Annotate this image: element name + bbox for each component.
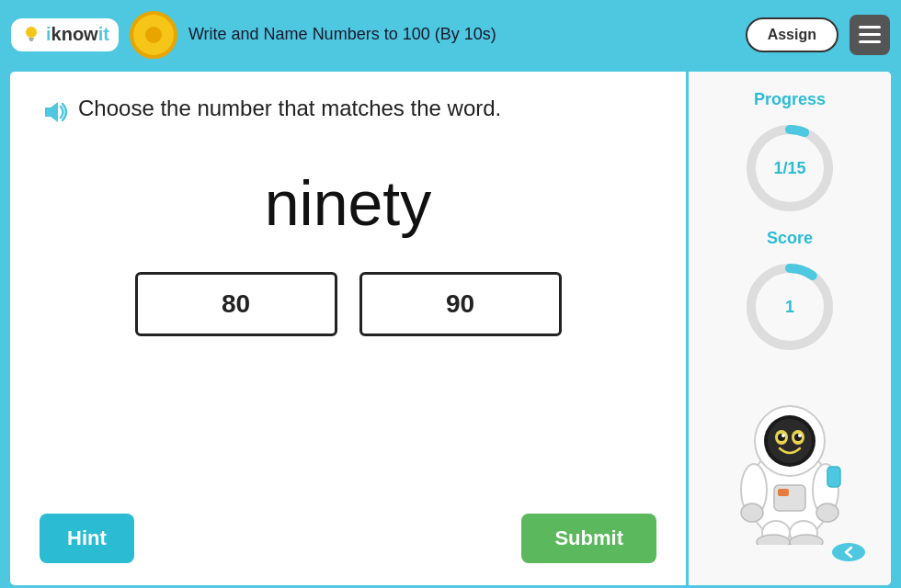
svg-point-29 xyxy=(840,544,857,560)
svg-point-23 xyxy=(816,503,838,522)
svg-point-16 xyxy=(781,434,785,437)
coin-badge xyxy=(130,11,177,59)
question-text: Choose the number that matches the word. xyxy=(78,94,501,122)
left-panel: Choose the number that matches the word.… xyxy=(10,72,686,585)
svg-point-22 xyxy=(741,503,763,522)
bottom-bar: Hint Submit xyxy=(40,495,656,563)
lesson-title: Write and Name Numbers to 100 (By 10s) xyxy=(188,25,735,44)
logo-bulb-icon xyxy=(20,24,42,46)
assign-button[interactable]: Assign xyxy=(746,17,838,52)
score-label: Score xyxy=(767,229,813,248)
header: iknowit Write and Name Numbers to 100 (B… xyxy=(0,0,901,69)
back-button[interactable] xyxy=(832,543,865,561)
hamburger-line-1 xyxy=(859,26,881,28)
answer-option-80[interactable]: 80 xyxy=(135,272,337,336)
svg-point-26 xyxy=(757,535,790,545)
svg-rect-28 xyxy=(827,467,840,487)
answer-option-90[interactable]: 90 xyxy=(359,272,562,336)
word-display: ninety xyxy=(40,167,656,239)
svg-point-27 xyxy=(790,535,823,545)
coin-center xyxy=(145,27,162,43)
hint-button[interactable]: Hint xyxy=(40,514,134,563)
right-panel: Progress 1/15 Score 1 xyxy=(689,72,891,585)
progress-circle: 1/15 xyxy=(744,122,836,214)
back-arrow-icon xyxy=(839,543,858,561)
logo-text: iknowit xyxy=(46,24,109,45)
svg-rect-1 xyxy=(29,38,34,40)
svg-point-17 xyxy=(798,434,802,437)
svg-point-0 xyxy=(26,27,37,38)
svg-rect-2 xyxy=(29,40,33,41)
hamburger-line-3 xyxy=(859,40,881,43)
svg-point-11 xyxy=(768,419,812,463)
logo: iknowit xyxy=(11,18,119,51)
main-area: Choose the number that matches the word.… xyxy=(7,69,894,588)
answer-options: 80 90 xyxy=(40,272,656,336)
hamburger-line-2 xyxy=(859,33,881,36)
svg-rect-18 xyxy=(774,485,805,511)
svg-marker-3 xyxy=(45,102,58,122)
submit-button[interactable]: Submit xyxy=(521,514,656,563)
question-area: Choose the number that matches the word. xyxy=(40,94,656,130)
progress-label: Progress xyxy=(754,90,826,109)
astronaut-svg xyxy=(712,375,868,545)
progress-text: 1/15 xyxy=(773,159,805,178)
menu-button[interactable] xyxy=(850,15,890,55)
sound-icon[interactable] xyxy=(40,97,69,130)
score-text: 1 xyxy=(785,298,794,317)
svg-rect-19 xyxy=(778,489,789,496)
score-circle: 1 xyxy=(744,261,836,353)
astronaut-illustration xyxy=(712,375,868,545)
